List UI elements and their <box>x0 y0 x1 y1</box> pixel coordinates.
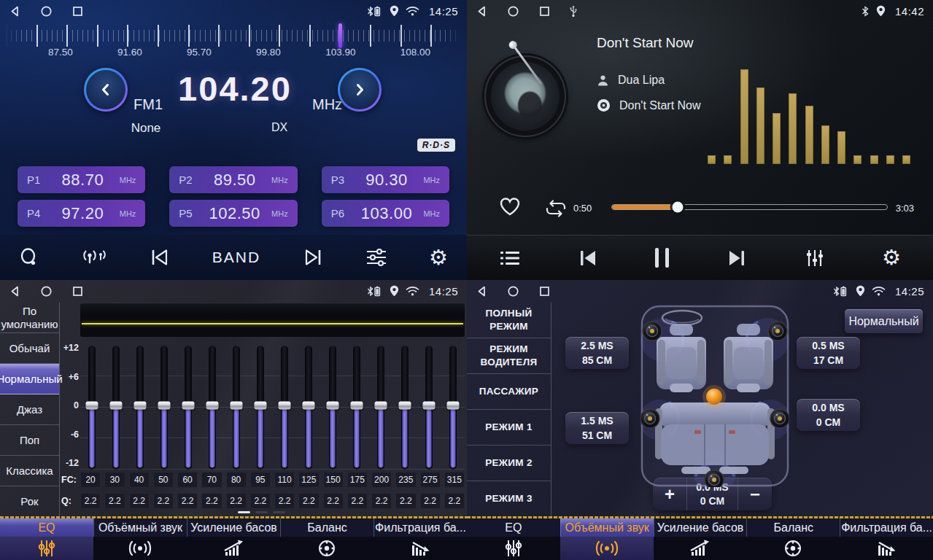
q-value[interactable]: 2.2 <box>347 493 368 509</box>
broadcast-button[interactable] <box>81 248 107 267</box>
fc-value[interactable]: 30 <box>104 472 125 488</box>
q-value[interactable]: 2.2 <box>129 493 150 509</box>
band-button[interactable]: BAND <box>212 249 260 266</box>
tab-filter[interactable]: Фильтрация ба... <box>840 518 933 560</box>
home-icon[interactable] <box>40 5 53 18</box>
eq-band-slider[interactable] <box>201 346 225 470</box>
eq-band-slider[interactable] <box>128 346 152 470</box>
fc-value[interactable]: 110 <box>274 472 295 488</box>
q-value[interactable]: 2.2 <box>80 493 101 509</box>
eq-slider-handle[interactable] <box>446 401 459 409</box>
eq-band-slider[interactable] <box>417 346 441 470</box>
eq-slider-handle[interactable] <box>255 401 267 409</box>
eq-band-slider[interactable] <box>80 346 104 470</box>
favorite-button[interactable] <box>499 197 521 219</box>
q-value[interactable]: 2.2 <box>104 493 125 509</box>
fc-value[interactable]: 60 <box>177 472 198 488</box>
radio-preset-button[interactable]: P6 103.00 MHz <box>322 200 449 227</box>
fc-value[interactable]: 315 <box>444 472 465 488</box>
home-icon[interactable] <box>507 285 519 298</box>
q-value[interactable]: 2.2 <box>420 493 441 509</box>
eq-slider-handle[interactable] <box>134 401 147 409</box>
tune-up-button[interactable] <box>338 68 382 112</box>
radio-preset-button[interactable]: P4 97.20 MHz <box>18 200 145 227</box>
q-value[interactable]: 2.2 <box>274 493 295 509</box>
back-icon[interactable] <box>476 285 488 298</box>
surround-mode-item[interactable]: ПОЛНЫЙ РЕЖИМ <box>467 303 551 338</box>
eq-band-slider[interactable] <box>104 346 128 470</box>
recents-icon[interactable] <box>71 285 84 298</box>
eq-slider-handle[interactable] <box>182 401 195 409</box>
progress-bar[interactable] <box>611 204 888 210</box>
q-value[interactable]: 2.2 <box>444 493 465 509</box>
tab-eq[interactable]: EQ <box>467 518 560 560</box>
eq-band-slider[interactable] <box>249 346 273 470</box>
playlist-button[interactable] <box>499 249 521 267</box>
tune-down-button[interactable] <box>84 68 128 112</box>
tab-surround[interactable]: Объёмный звук <box>560 518 654 560</box>
home-icon[interactable] <box>507 5 519 18</box>
eq-band-slider[interactable] <box>368 346 392 470</box>
radio-preset-button[interactable]: P2 89.50 MHz <box>169 166 297 193</box>
equalizer-button[interactable] <box>804 249 826 268</box>
tab-balance[interactable]: Баланс <box>746 518 840 560</box>
q-value[interactable]: 2.2 <box>177 493 198 509</box>
fc-value[interactable]: 80 <box>226 472 247 488</box>
eq-slider-handle[interactable] <box>350 401 363 409</box>
q-value[interactable]: 2.2 <box>298 493 319 509</box>
q-value[interactable]: 2.2 <box>323 493 344 509</box>
fc-value[interactable]: 95 <box>250 472 271 488</box>
eq-preset-item[interactable]: Джаз <box>0 394 59 425</box>
eq-band-slider[interactable] <box>296 346 320 470</box>
fc-value[interactable]: 50 <box>153 472 174 488</box>
q-value[interactable]: 2.2 <box>371 493 392 509</box>
front-left-delay-button[interactable]: 2.5 MS 85 CM <box>565 337 629 369</box>
eq-band-slider[interactable] <box>225 346 249 470</box>
repeat-button[interactable] <box>544 199 568 220</box>
eq-band-slider[interactable] <box>392 346 417 470</box>
back-icon[interactable] <box>476 5 488 18</box>
radio-preset-button[interactable]: P3 90.30 MHz <box>322 166 449 193</box>
eq-slider-handle[interactable] <box>206 401 219 409</box>
eq-band-slider[interactable] <box>344 346 368 470</box>
decrease-delay-button[interactable]: − <box>738 478 772 510</box>
surround-mode-item[interactable]: РЕЖИМ 3 <box>467 481 551 516</box>
q-value[interactable]: 2.2 <box>201 493 222 509</box>
increase-delay-button[interactable]: + <box>653 478 686 510</box>
surround-mode-item[interactable]: РЕЖИМ 2 <box>467 446 551 481</box>
recents-icon[interactable] <box>538 285 551 298</box>
next-track-button[interactable] <box>726 249 748 268</box>
surround-mode-item[interactable]: РЕЖИМ 1 <box>467 410 551 446</box>
settings-button[interactable]: ⚙ <box>882 247 901 268</box>
eq-slider-handle[interactable] <box>278 401 290 409</box>
fc-value[interactable]: 150 <box>323 472 344 488</box>
recents-icon[interactable] <box>538 5 551 18</box>
surround-mode-item[interactable]: ПАССАЖИР <box>467 374 551 410</box>
home-icon[interactable] <box>40 285 53 298</box>
eq-slider-handle[interactable] <box>326 401 338 409</box>
surround-mode-item[interactable]: РЕЖИМ ВОДИТЕЛЯ <box>467 338 551 374</box>
eq-slider-handle[interactable] <box>86 401 98 409</box>
eq-band-slider[interactable] <box>441 346 465 470</box>
eq-preset-item[interactable]: Поп <box>0 425 59 456</box>
fc-value[interactable]: 20 <box>80 472 101 488</box>
q-value[interactable]: 2.2 <box>153 493 174 509</box>
pause-button[interactable] <box>655 248 669 268</box>
tuner-needle[interactable] <box>338 23 342 48</box>
tab-filter[interactable]: Фильтрация ба... <box>373 518 467 560</box>
audio-settings-button[interactable] <box>365 247 387 268</box>
seek-previous-button[interactable] <box>149 248 171 267</box>
rear-left-delay-button[interactable]: 1.5 MS 51 CM <box>565 412 629 444</box>
q-value[interactable]: 2.2 <box>395 493 416 509</box>
eq-slider-handle[interactable] <box>231 401 243 409</box>
tab-bass-boost[interactable]: Усиление басов <box>654 518 747 560</box>
front-right-delay-button[interactable]: 0.5 MS 17 CM <box>797 337 860 369</box>
back-icon[interactable] <box>9 5 21 18</box>
q-value[interactable]: 2.2 <box>226 493 247 509</box>
fc-value[interactable]: 70 <box>201 472 222 488</box>
radio-preset-button[interactable]: P5 102.50 MHz <box>169 200 297 227</box>
eq-preset-item[interactable]: По умолчанию <box>0 303 59 333</box>
rear-right-delay-button[interactable]: 0.0 MS 0 CM <box>797 399 860 431</box>
back-icon[interactable] <box>9 285 21 298</box>
fc-value[interactable]: 200 <box>371 472 392 488</box>
